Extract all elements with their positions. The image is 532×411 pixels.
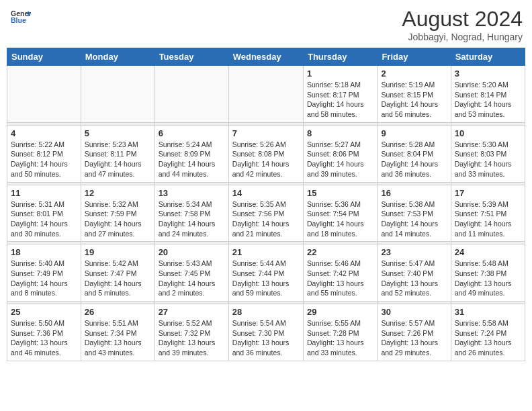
calendar-cell: 24Sunrise: 5:48 AM Sunset: 7:38 PM Dayli…	[451, 244, 525, 302]
calendar-cell: 22Sunrise: 5:46 AM Sunset: 7:42 PM Dayli…	[303, 244, 377, 302]
calendar-cell: 27Sunrise: 5:52 AM Sunset: 7:32 PM Dayli…	[154, 304, 228, 361]
day-number: 5	[85, 128, 151, 138]
calendar-cell: 25Sunrise: 5:50 AM Sunset: 7:36 PM Dayli…	[7, 304, 81, 361]
day-number: 12	[85, 188, 151, 198]
calendar-cell: 21Sunrise: 5:44 AM Sunset: 7:44 PM Dayli…	[228, 244, 303, 302]
day-number: 2	[381, 68, 447, 79]
day-number: 23	[381, 247, 447, 257]
calendar-week-row: 1Sunrise: 5:18 AM Sunset: 8:17 PM Daylig…	[7, 66, 525, 123]
day-number: 30	[381, 307, 447, 317]
calendar-cell: 7Sunrise: 5:26 AM Sunset: 8:08 PM Daylig…	[228, 125, 303, 182]
calendar-table: Sunday Monday Tuesday Wednesday Thursday…	[7, 48, 525, 361]
calendar-cell: 3Sunrise: 5:20 AM Sunset: 8:14 PM Daylig…	[451, 66, 525, 123]
day-number: 6	[159, 128, 225, 138]
day-info: Sunrise: 5:22 AM Sunset: 8:12 PM Dayligh…	[11, 140, 77, 179]
page-header: General Blue August 2024 Jobbagyi, Nogra…	[7, 7, 525, 42]
calendar-cell	[7, 66, 81, 123]
day-number: 15	[307, 188, 373, 198]
calendar-cell: 11Sunrise: 5:31 AM Sunset: 8:01 PM Dayli…	[7, 185, 81, 242]
day-number: 21	[232, 247, 300, 257]
day-info: Sunrise: 5:44 AM Sunset: 7:44 PM Dayligh…	[232, 259, 300, 298]
day-info: Sunrise: 5:28 AM Sunset: 8:04 PM Dayligh…	[381, 140, 447, 179]
day-number: 29	[307, 307, 373, 317]
calendar-cell: 30Sunrise: 5:57 AM Sunset: 7:26 PM Dayli…	[378, 304, 451, 361]
day-info: Sunrise: 5:51 AM Sunset: 7:34 PM Dayligh…	[85, 318, 151, 358]
day-number: 24	[455, 247, 521, 257]
day-info: Sunrise: 5:19 AM Sunset: 8:15 PM Dayligh…	[381, 80, 447, 120]
day-info: Sunrise: 5:31 AM Sunset: 8:01 PM Dayligh…	[11, 199, 77, 239]
day-info: Sunrise: 5:40 AM Sunset: 7:49 PM Dayligh…	[11, 259, 77, 298]
day-number: 18	[11, 247, 77, 257]
calendar-week-row: 25Sunrise: 5:50 AM Sunset: 7:36 PM Dayli…	[7, 304, 525, 361]
day-number: 17	[455, 188, 521, 198]
day-number: 8	[307, 128, 373, 138]
calendar-week-row: 18Sunrise: 5:40 AM Sunset: 7:49 PM Dayli…	[7, 244, 525, 302]
calendar-cell: 17Sunrise: 5:39 AM Sunset: 7:51 PM Dayli…	[451, 185, 525, 242]
calendar-cell: 9Sunrise: 5:28 AM Sunset: 8:04 PM Daylig…	[378, 125, 451, 182]
calendar-week-row: 11Sunrise: 5:31 AM Sunset: 8:01 PM Dayli…	[7, 185, 525, 242]
day-info: Sunrise: 5:35 AM Sunset: 7:56 PM Dayligh…	[232, 199, 300, 239]
title-block: August 2024 Jobbagyi, Nograd, Hungary	[402, 7, 523, 42]
day-number: 11	[11, 188, 77, 198]
calendar-cell: 6Sunrise: 5:24 AM Sunset: 8:09 PM Daylig…	[154, 125, 228, 182]
day-number: 10	[455, 128, 521, 138]
day-number: 19	[85, 247, 151, 257]
month-year: August 2024	[402, 7, 523, 32]
day-info: Sunrise: 5:43 AM Sunset: 7:45 PM Dayligh…	[159, 259, 225, 298]
col-thursday: Thursday	[303, 48, 377, 66]
calendar-cell: 29Sunrise: 5:55 AM Sunset: 7:28 PM Dayli…	[303, 304, 377, 361]
day-number: 13	[159, 188, 225, 198]
calendar-cell: 26Sunrise: 5:51 AM Sunset: 7:34 PM Dayli…	[81, 304, 154, 361]
calendar-cell: 8Sunrise: 5:27 AM Sunset: 8:06 PM Daylig…	[303, 125, 377, 182]
logo: General Blue	[9, 7, 31, 27]
day-info: Sunrise: 5:57 AM Sunset: 7:26 PM Dayligh…	[381, 318, 447, 358]
day-number: 1	[307, 68, 373, 79]
day-info: Sunrise: 5:54 AM Sunset: 7:30 PM Dayligh…	[232, 318, 300, 358]
calendar-cell: 2Sunrise: 5:19 AM Sunset: 8:15 PM Daylig…	[378, 66, 451, 123]
calendar-cell	[154, 66, 228, 123]
day-info: Sunrise: 5:32 AM Sunset: 7:59 PM Dayligh…	[85, 199, 151, 239]
calendar-cell: 16Sunrise: 5:38 AM Sunset: 7:53 PM Dayli…	[378, 185, 451, 242]
day-number: 22	[307, 247, 373, 257]
location: Jobbagyi, Nograd, Hungary	[402, 32, 523, 42]
day-number: 3	[455, 68, 521, 79]
col-monday: Monday	[81, 48, 154, 66]
day-info: Sunrise: 5:18 AM Sunset: 8:17 PM Dayligh…	[307, 80, 373, 120]
svg-text:Blue: Blue	[11, 16, 26, 24]
day-info: Sunrise: 5:27 AM Sunset: 8:06 PM Dayligh…	[307, 140, 373, 179]
day-info: Sunrise: 5:46 AM Sunset: 7:42 PM Dayligh…	[307, 259, 373, 298]
day-number: 28	[232, 307, 300, 317]
calendar-cell: 12Sunrise: 5:32 AM Sunset: 7:59 PM Dayli…	[81, 185, 154, 242]
day-info: Sunrise: 5:26 AM Sunset: 8:08 PM Dayligh…	[232, 140, 300, 179]
calendar-cell: 23Sunrise: 5:47 AM Sunset: 7:40 PM Dayli…	[378, 244, 451, 302]
day-number: 27	[159, 307, 225, 317]
calendar-cell: 14Sunrise: 5:35 AM Sunset: 7:56 PM Dayli…	[228, 185, 303, 242]
day-info: Sunrise: 5:39 AM Sunset: 7:51 PM Dayligh…	[455, 199, 521, 239]
col-friday: Friday	[378, 48, 451, 66]
day-info: Sunrise: 5:34 AM Sunset: 7:58 PM Dayligh…	[159, 199, 225, 239]
day-info: Sunrise: 5:47 AM Sunset: 7:40 PM Dayligh…	[381, 259, 447, 298]
day-info: Sunrise: 5:55 AM Sunset: 7:28 PM Dayligh…	[307, 318, 373, 358]
day-info: Sunrise: 5:48 AM Sunset: 7:38 PM Dayligh…	[455, 259, 521, 298]
day-info: Sunrise: 5:58 AM Sunset: 7:24 PM Dayligh…	[455, 318, 521, 358]
day-number: 14	[232, 188, 300, 198]
col-tuesday: Tuesday	[154, 48, 228, 66]
day-number: 9	[381, 128, 447, 138]
calendar-week-row: 4Sunrise: 5:22 AM Sunset: 8:12 PM Daylig…	[7, 125, 525, 182]
day-info: Sunrise: 5:52 AM Sunset: 7:32 PM Dayligh…	[159, 318, 225, 358]
day-info: Sunrise: 5:30 AM Sunset: 8:03 PM Dayligh…	[455, 140, 521, 179]
calendar-cell: 31Sunrise: 5:58 AM Sunset: 7:24 PM Dayli…	[451, 304, 525, 361]
calendar-cell: 18Sunrise: 5:40 AM Sunset: 7:49 PM Dayli…	[7, 244, 81, 302]
day-number: 7	[232, 128, 300, 138]
day-info: Sunrise: 5:36 AM Sunset: 7:54 PM Dayligh…	[307, 199, 373, 239]
calendar-cell	[228, 66, 303, 123]
calendar-cell: 10Sunrise: 5:30 AM Sunset: 8:03 PM Dayli…	[451, 125, 525, 182]
calendar-header-row: Sunday Monday Tuesday Wednesday Thursday…	[7, 48, 525, 66]
calendar-cell	[81, 66, 154, 123]
day-info: Sunrise: 5:38 AM Sunset: 7:53 PM Dayligh…	[381, 199, 447, 239]
day-info: Sunrise: 5:20 AM Sunset: 8:14 PM Dayligh…	[455, 80, 521, 120]
day-number: 4	[11, 128, 77, 138]
day-number: 25	[11, 307, 77, 317]
day-number: 26	[85, 307, 151, 317]
day-number: 20	[159, 247, 225, 257]
